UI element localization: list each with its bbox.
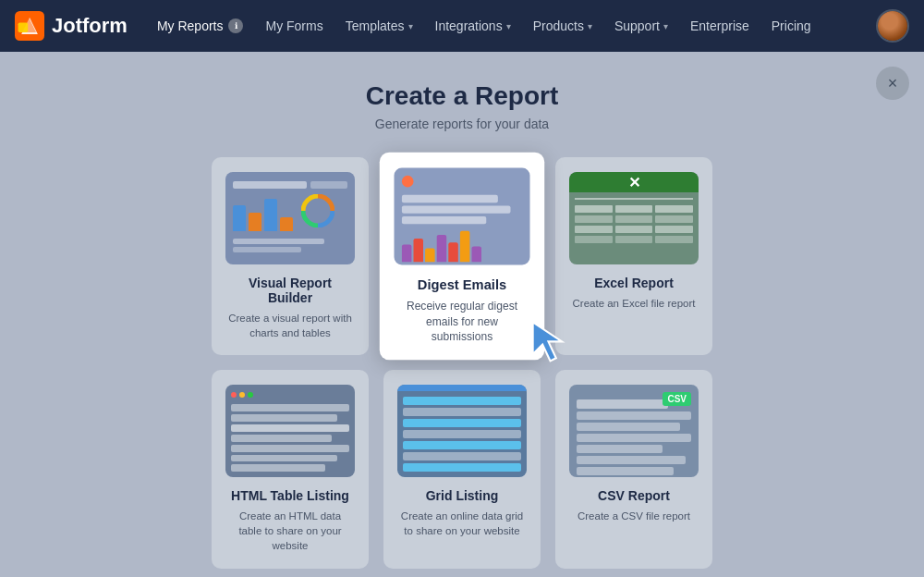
html-dots bbox=[231, 392, 349, 398]
card-html-table-listing[interactable]: HTML Table Listing Create an HTML data t… bbox=[212, 370, 369, 568]
card-title-html-table-listing: HTML Table Listing bbox=[231, 488, 349, 503]
svg-rect-3 bbox=[18, 22, 29, 32]
nav-item-support[interactable]: Support ▾ bbox=[603, 0, 679, 52]
csv-badge: CSV bbox=[663, 392, 691, 406]
card-grid-listing[interactable]: Grid Listing Create an online data grid … bbox=[383, 370, 541, 568]
card-desc-html-table-listing: Create an HTML data table to share on yo… bbox=[226, 509, 354, 553]
card-csv-report[interactable]: CSV CSV Report Create a CSV file report bbox=[555, 370, 712, 568]
illustration-digest-emails bbox=[395, 167, 530, 264]
main-content: × Create a Report Generate reports for y… bbox=[0, 52, 924, 577]
illustration-visual-report-builder bbox=[225, 172, 355, 264]
dot-red bbox=[231, 392, 237, 398]
card-title-digest-emails: Digest Emails bbox=[418, 276, 506, 292]
templates-chevron: ▾ bbox=[408, 21, 413, 31]
card-visual-report-builder[interactable]: Visual Report Builder Create a visual re… bbox=[212, 157, 369, 355]
dot-yellow bbox=[239, 392, 245, 398]
card-desc-csv-report: Create a CSV file report bbox=[578, 509, 690, 523]
grid-header bbox=[397, 385, 527, 391]
grid-body bbox=[397, 391, 527, 477]
nav-item-templates[interactable]: Templates ▾ bbox=[334, 0, 424, 52]
card-desc-excel-report: Create an Excel file report bbox=[573, 296, 696, 311]
excel-x-icon: ✕ bbox=[628, 174, 640, 191]
card-title-grid-listing: Grid Listing bbox=[426, 488, 499, 503]
support-chevron: ▾ bbox=[663, 21, 668, 31]
nav-item-enterprise[interactable]: Enterprise bbox=[679, 0, 760, 52]
card-title-csv-report: CSV Report bbox=[598, 488, 670, 503]
excel-body bbox=[569, 192, 699, 264]
card-desc-visual-report-builder: Create a visual report with charts and t… bbox=[226, 311, 354, 340]
illustration-csv-report: CSV bbox=[569, 385, 699, 477]
excel-header: ✕ bbox=[569, 172, 699, 192]
card-desc-digest-emails: Receive regular digest emails for new su… bbox=[395, 298, 529, 345]
illustration-excel-report: ✕ bbox=[569, 172, 699, 264]
page-title: Create a Report bbox=[366, 81, 559, 111]
close-button[interactable]: × bbox=[876, 67, 909, 100]
nav-item-my-reports[interactable]: My Reports ℹ bbox=[146, 0, 255, 52]
nav-item-pricing[interactable]: Pricing bbox=[760, 0, 822, 52]
card-excel-report[interactable]: ✕ bbox=[555, 157, 712, 355]
illustration-html-table-listing bbox=[225, 385, 355, 477]
cards-grid: Visual Report Builder Create a visual re… bbox=[212, 157, 712, 569]
card-title-excel-report: Excel Report bbox=[594, 276, 674, 290]
nav-item-my-forms[interactable]: My Forms bbox=[254, 0, 334, 52]
digest-circle-icon bbox=[402, 176, 414, 188]
card-title-visual-report-builder: Visual Report Builder bbox=[226, 276, 354, 305]
page-subtitle: Generate reports for your data bbox=[375, 117, 549, 131]
illustration-grid-listing bbox=[397, 385, 527, 477]
card-desc-grid-listing: Create an online data grid to share on y… bbox=[398, 509, 526, 538]
nav-item-products[interactable]: Products ▾ bbox=[522, 0, 603, 52]
avatar-image bbox=[878, 11, 907, 41]
card-digest-emails[interactable]: Digest Emails Receive regular digest ema… bbox=[380, 153, 545, 361]
navbar: Jotform My Reports ℹ My Forms Templates … bbox=[0, 0, 924, 52]
nav-item-integrations[interactable]: Integrations ▾ bbox=[424, 0, 522, 52]
avatar[interactable] bbox=[876, 9, 909, 43]
logo[interactable]: Jotform bbox=[15, 11, 128, 41]
integrations-chevron: ▾ bbox=[506, 21, 511, 31]
dot-green bbox=[248, 392, 253, 398]
products-chevron: ▾ bbox=[588, 21, 592, 31]
logo-text: Jotform bbox=[52, 14, 128, 38]
my-reports-badge: ℹ bbox=[228, 18, 243, 33]
